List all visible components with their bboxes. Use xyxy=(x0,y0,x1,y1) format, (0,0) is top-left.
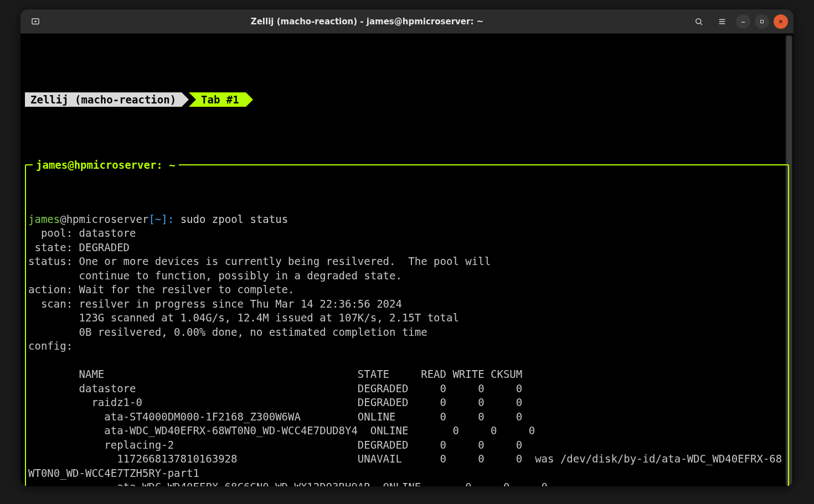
zellij-tabbar: Zellij (macho-reaction) Tab #1 xyxy=(25,92,789,107)
config-label: config: xyxy=(28,340,73,352)
close-button[interactable] xyxy=(774,14,788,29)
action-label: action: xyxy=(28,283,73,295)
state-label: state: xyxy=(28,241,73,253)
scan-label: scan: xyxy=(28,298,73,310)
prompt-bracket-open: [ xyxy=(148,213,154,225)
session-pill: Zellij (macho-reaction) xyxy=(25,92,182,107)
pool-value: datastore xyxy=(79,227,136,239)
config-row-5: 1172668137810163928 UNAVAIL 0 0 0 was /d… xyxy=(28,453,782,479)
config-row-3: ata-WDC_WD40EFRX-68WT0N0_WD-WCC4E7DUD8Y4… xyxy=(28,424,535,437)
prompt-user: james xyxy=(28,213,60,225)
state-value: DEGRADED xyxy=(79,241,130,253)
prompt-cwd: ~ xyxy=(155,213,161,225)
search-button[interactable] xyxy=(689,12,708,31)
prompt-at: @ xyxy=(60,213,66,225)
prompt-host: hpmicroserver xyxy=(66,213,149,225)
hamburger-menu-button[interactable] xyxy=(713,12,731,31)
pane-body[interactable]: james@hpmicroserver[~]: sudo zpool statu… xyxy=(26,208,788,487)
titlebar: Zellij (macho-reaction) - james@hpmicros… xyxy=(20,9,794,34)
config-row-2: ata-ST4000DM000-1F2168_Z300W6WA ONLINE 0… xyxy=(28,411,522,423)
pane-title: james@hpmicroserver: ~ xyxy=(33,158,179,173)
minimize-button[interactable] xyxy=(736,14,750,29)
action-value: Wait for the resilver to complete. xyxy=(79,283,295,295)
scan-line-1: resilver in progress since Thu Mar 14 22… xyxy=(79,298,402,310)
config-row-4: replacing-2 DEGRADED 0 0 0 xyxy=(28,439,522,451)
config-row-6: ata-WDC_WD40EFPX-68C6CN0_WD-WX12D93RH9AR… xyxy=(28,481,548,486)
config-row-0: datastore DEGRADED 0 0 0 xyxy=(28,382,522,394)
status-line-1: One or more devices is currently being r… xyxy=(79,255,491,267)
tab-1[interactable]: Tab #1 xyxy=(189,92,246,107)
svg-point-1 xyxy=(696,18,701,23)
config-header: NAME STATE READ WRITE CKSUM xyxy=(28,368,522,380)
new-tab-button[interactable] xyxy=(26,12,45,31)
status-label: status: xyxy=(28,255,73,267)
app-window: Zellij (macho-reaction) - james@hpmicros… xyxy=(20,9,794,486)
command-text: sudo zpool status xyxy=(181,213,288,225)
window-title: Zellij (macho-reaction) - james@hpmicros… xyxy=(45,17,689,27)
pane: james@hpmicroserver: ~ james@hpmicroserv… xyxy=(25,164,789,486)
svg-rect-2 xyxy=(761,20,764,23)
scan-line-3: 0B resilvered, 0.00% done, no estimated … xyxy=(79,326,427,338)
pool-label: pool: xyxy=(28,227,73,239)
maximize-button[interactable] xyxy=(755,14,769,29)
terminal-viewport[interactable]: Zellij (macho-reaction) Tab #1 james@hpm… xyxy=(20,34,794,486)
scan-line-2: 123G scanned at 1.04G/s, 12.4M issued at… xyxy=(79,311,459,324)
status-line-2: continue to function, possibly in a degr… xyxy=(79,269,402,282)
config-row-1: raidz1-0 DEGRADED 0 0 0 xyxy=(28,396,522,408)
prompt-bracket-close: ]: xyxy=(161,213,174,225)
